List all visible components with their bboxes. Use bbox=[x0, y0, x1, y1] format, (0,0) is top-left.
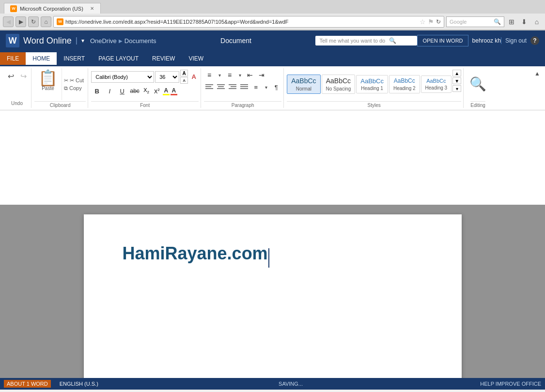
refresh-button[interactable]: ↻ bbox=[28, 16, 39, 27]
word-app-name: Word Online bbox=[23, 36, 72, 46]
home-button[interactable]: ⌂ bbox=[41, 16, 51, 27]
ribbon-collapse-button[interactable]: ▲ bbox=[532, 68, 542, 79]
document-text[interactable]: HamiRayane.com bbox=[123, 243, 268, 263]
address-bar[interactable]: W https://onedrive.live.com/edit.aspx?re… bbox=[53, 16, 444, 28]
paste-button[interactable]: 📋 Paste bbox=[34, 68, 62, 100]
numbered-list-dropdown[interactable]: ▾ bbox=[236, 71, 244, 79]
nav-path-documents[interactable]: Documents bbox=[125, 37, 156, 45]
menu-page-layout[interactable]: PAGE LAYOUT bbox=[92, 52, 145, 65]
back-button[interactable]: ◀ bbox=[3, 16, 14, 27]
document-area[interactable]: HamiRayane.com bbox=[0, 205, 545, 378]
styles-navigation: ▲ ▼ ▾ bbox=[452, 70, 461, 99]
open-in-word-button[interactable]: OPEN IN WORD bbox=[417, 35, 468, 46]
font-row-1: Calibri (Body) 36 A A A bbox=[91, 70, 199, 84]
text-cursor bbox=[268, 248, 269, 268]
decrease-indent-button[interactable]: ⇤ bbox=[245, 70, 255, 80]
language-status[interactable]: ENGLISH (U.S.) bbox=[57, 380, 101, 388]
font-group-label: Font bbox=[91, 101, 199, 108]
help-improve-button[interactable]: HELP IMPROVE OFFICE bbox=[480, 381, 541, 387]
align-center-button[interactable] bbox=[216, 82, 226, 92]
document-page: HamiRayane.com bbox=[84, 214, 462, 378]
settings-button[interactable]: ⌂ bbox=[531, 16, 542, 27]
styles-scroll-down[interactable]: ▼ bbox=[452, 77, 461, 84]
word-count-status[interactable]: ABOUT 1 WORD bbox=[4, 380, 51, 388]
document-content[interactable]: HamiRayane.com bbox=[123, 243, 423, 378]
sign-out-button[interactable]: Sign out bbox=[501, 37, 527, 44]
highlight-button[interactable]: A bbox=[163, 87, 170, 95]
undo-redo-label: Undo bbox=[5, 87, 29, 106]
bullet-list-button[interactable]: ≡ bbox=[204, 70, 215, 80]
numbered-list-button[interactable]: ≡ bbox=[224, 70, 235, 80]
search-placeholder: Google bbox=[450, 19, 467, 25]
line-spacing-button[interactable]: ≡ bbox=[250, 82, 261, 92]
font-size-decrease-button[interactable]: A bbox=[180, 77, 188, 84]
help-button[interactable]: ? bbox=[530, 36, 539, 45]
line-spacing-dropdown[interactable]: ▾ bbox=[262, 83, 270, 91]
styles-gallery: AaBbCc Normal AaBbCc No Spacing AaBbCc H… bbox=[287, 68, 461, 100]
superscript-button[interactable]: X2 bbox=[152, 87, 162, 95]
font-color-button[interactable]: A bbox=[171, 87, 177, 95]
font-size-increase-button[interactable]: A bbox=[180, 70, 188, 76]
address-url: https://onedrive.live.com/edit.aspx?resi… bbox=[65, 19, 289, 25]
menu-bar: FILE HOME INSERT PAGE LAYOUT REVIEW VIEW bbox=[0, 51, 545, 66]
bookmark-icon[interactable]: ☆ bbox=[420, 18, 426, 26]
font-group: Calibri (Body) 36 A A A B I bbox=[89, 68, 201, 108]
italic-button[interactable]: I bbox=[104, 85, 115, 97]
browser-tab-active[interactable]: W Microsoft Corporation (US) ✕ bbox=[4, 3, 101, 14]
copy-button[interactable]: ⧉ Copy bbox=[64, 85, 84, 91]
title-dropdown-arrow[interactable]: ▾ bbox=[81, 37, 84, 44]
undo-button[interactable]: ↩ bbox=[5, 70, 16, 82]
editing-group: 🔍 Editing bbox=[465, 68, 491, 108]
download-button[interactable]: ⬇ bbox=[519, 16, 529, 27]
clipboard-group: 📋 Paste ✂ ✂ Cut ⧉ Copy Clipbo bbox=[32, 68, 88, 108]
bold-button[interactable]: B bbox=[91, 85, 103, 97]
show-paragraph-button[interactable]: ¶ bbox=[271, 82, 281, 92]
safety-icon[interactable]: ⚑ bbox=[428, 18, 434, 26]
clipboard-label: Clipboard bbox=[34, 101, 86, 108]
style-heading3[interactable]: AaBbCc Heading 3 bbox=[421, 75, 452, 93]
style-h3-preview: AaBbCc bbox=[426, 78, 446, 84]
menu-insert[interactable]: INSERT bbox=[57, 52, 92, 65]
styles-dropdown-arrow[interactable]: ▾ bbox=[452, 85, 461, 92]
menu-file[interactable]: FILE bbox=[0, 52, 26, 65]
menu-review[interactable]: REVIEW bbox=[145, 52, 182, 65]
bullet-list-dropdown[interactable]: ▾ bbox=[216, 71, 223, 79]
clear-formatting-button[interactable]: A bbox=[189, 72, 199, 82]
browser-chrome: W Microsoft Corporation (US) ✕ ◀ ▶ ↻ ⌂ W… bbox=[0, 0, 545, 30]
styles-scroll-up[interactable]: ▲ bbox=[452, 70, 461, 76]
paste-label: Paste bbox=[42, 86, 54, 91]
clipboard-content: 📋 Paste ✂ ✂ Cut ⧉ Copy bbox=[34, 68, 86, 100]
subscript-button[interactable]: X2 bbox=[141, 86, 151, 95]
extensions-button[interactable]: ⊞ bbox=[506, 16, 517, 27]
title-bar: W Word Online | ▾ OneDrive ▶ Documents D… bbox=[0, 30, 545, 51]
style-no-spacing-preview: AaBbCc bbox=[326, 77, 351, 85]
search-bar[interactable]: Google 🔍 bbox=[446, 16, 504, 27]
undo-redo-buttons: ↩ ↪ bbox=[5, 70, 29, 82]
align-right-button[interactable] bbox=[227, 82, 238, 92]
style-normal[interactable]: AaBbCc Normal bbox=[287, 75, 320, 94]
user-name: behrooz kh bbox=[472, 37, 501, 44]
styles-group-label: Styles bbox=[287, 101, 461, 108]
style-no-spacing[interactable]: AaBbCc No Spacing bbox=[322, 75, 356, 94]
font-size-select[interactable]: 36 bbox=[155, 71, 179, 83]
style-heading2[interactable]: AaBbCc Heading 2 bbox=[389, 75, 420, 93]
align-left-button[interactable] bbox=[204, 82, 215, 92]
tab-title: Microsoft Corporation (US) bbox=[20, 6, 83, 12]
address-refresh-icon[interactable]: ↻ bbox=[436, 18, 441, 25]
font-name-select[interactable]: Calibri (Body) bbox=[91, 71, 154, 83]
redo-button[interactable]: ↪ bbox=[17, 70, 29, 82]
style-heading1[interactable]: AaBbCc Heading 1 bbox=[356, 75, 388, 94]
increase-indent-button[interactable]: ⇥ bbox=[256, 70, 267, 80]
strikethrough-button[interactable]: abc bbox=[129, 85, 140, 97]
align-justify-button[interactable] bbox=[239, 82, 249, 92]
ribbon: FILE HOME INSERT PAGE LAYOUT REVIEW VIEW… bbox=[0, 51, 545, 205]
tell-me-input-titlebar[interactable]: Tell me what you want to do 🔍 bbox=[315, 36, 417, 45]
nav-path-onedrive[interactable]: OneDrive bbox=[90, 37, 117, 45]
forward-button[interactable]: ▶ bbox=[16, 16, 26, 27]
close-tab-icon[interactable]: ✕ bbox=[90, 6, 94, 11]
cut-button[interactable]: ✂ ✂ Cut bbox=[64, 77, 84, 84]
find-replace-button[interactable]: 🔍 bbox=[469, 77, 486, 91]
underline-button[interactable]: U bbox=[116, 85, 128, 97]
menu-home[interactable]: HOME bbox=[26, 52, 57, 65]
menu-view[interactable]: VIEW bbox=[182, 52, 210, 65]
